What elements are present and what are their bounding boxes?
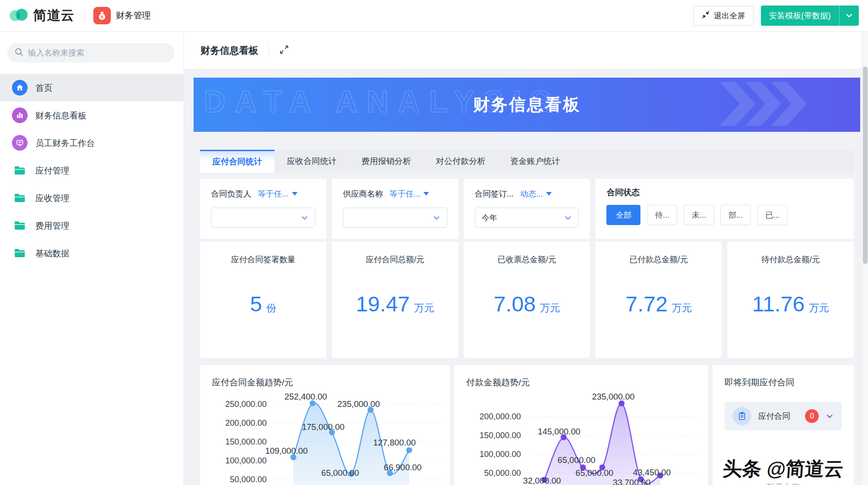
install-template-button[interactable]: 安装模板(带数据) <box>761 6 859 26</box>
filter-label: 合同签订... <box>475 188 514 199</box>
sign-date-select[interactable]: 今年 <box>475 208 579 228</box>
svg-text:109,000.00: 109,000.00 <box>265 446 308 456</box>
svg-text:$: $ <box>101 15 103 19</box>
svg-text:43,450.00: 43,450.00 <box>633 468 671 477</box>
filter-operator-dropdown[interactable]: 等于任... <box>389 188 429 199</box>
svg-text:32,000.00: 32,000.00 <box>523 476 561 485</box>
vertical-scrollbar-track <box>862 32 868 485</box>
tab-receivable-contract-stats[interactable]: 应收合同统计 <box>274 150 349 173</box>
clipboard-icon <box>733 407 751 425</box>
filter-row: 合同负责人 等于任... 供应商名称 <box>200 179 854 239</box>
status-button-all[interactable]: 全部 <box>606 205 640 225</box>
chevron-down-icon <box>301 214 308 222</box>
due-count-badge: 0 <box>805 409 819 423</box>
sidebar-item-label: 费用管理 <box>35 220 69 231</box>
sidebar-item-receivable-management[interactable]: 应收管理 <box>0 184 183 212</box>
due-item-label: 应付合同 <box>758 411 798 422</box>
bar-chart-icon <box>12 107 28 123</box>
sidebar-item-base-data[interactable]: 基础数据 <box>0 239 183 267</box>
sidebar-search[interactable] <box>7 43 174 62</box>
brand[interactable]: 简道云 <box>8 5 74 27</box>
sidebar-item-finance-dashboard[interactable]: 财务信息看板 <box>0 102 183 129</box>
sidebar-item-expense-management[interactable]: 费用管理 <box>0 212 183 239</box>
filter-contract-status: 合同状态 全部 待... 未... 部... 已... <box>595 179 854 239</box>
filter-contract-sign-date: 合同签订... 动态... 今年 <box>464 179 590 239</box>
filter-contract-owner: 合同负责人 等于任... <box>200 179 326 239</box>
contract-owner-select[interactable] <box>211 208 315 228</box>
tab-expense-reimbursement-analysis[interactable]: 费用报销分析 <box>349 150 423 173</box>
exit-fullscreen-button[interactable]: 退出全屏 <box>693 6 754 26</box>
svg-text:65,000.00: 65,000.00 <box>321 468 359 478</box>
sidebar-item-label: 财务信息看板 <box>35 110 86 121</box>
page-title: 财务信息看板 <box>200 44 258 57</box>
sidebar-item-payable-management[interactable]: 应付管理 <box>0 157 183 184</box>
stat-value: 7.72 <box>626 292 668 316</box>
tab-capital-account-stats[interactable]: 资金账户统计 <box>498 150 572 173</box>
svg-text:150,000.00: 150,000.00 <box>225 437 267 446</box>
stat-card-paid-total: 已付款总金额/元 7.72万元 <box>595 242 722 358</box>
stat-value: 11.76 <box>752 292 805 316</box>
home-icon <box>12 80 28 96</box>
sidebar-item-label: 应付管理 <box>35 165 69 176</box>
stat-value: 5 <box>250 292 262 316</box>
folder-icon <box>12 190 28 206</box>
filter-operator-dropdown[interactable]: 动态... <box>520 188 552 199</box>
folder-icon <box>12 218 28 233</box>
status-button-paid[interactable]: 已... <box>757 205 788 225</box>
stat-unit: 份 <box>266 302 276 314</box>
payable-contract-trend-chart: 应付合同金额趋势/元 250,000.00200,000.00150,000.0… <box>200 365 450 485</box>
search-input[interactable] <box>28 48 167 58</box>
sidebar: 首页 财务信息看板 员工财务工作台 <box>0 32 184 485</box>
chevron-down-icon[interactable] <box>839 6 859 26</box>
filter-operator-label: 等于任... <box>389 188 420 199</box>
money-bag-icon: $ <box>93 7 111 24</box>
svg-text:235,000.00: 235,000.00 <box>337 399 380 409</box>
svg-text:252,400.00: 252,400.00 <box>285 392 327 401</box>
stat-card-contract-total: 应付合同总额/元 19.47万元 <box>332 242 458 358</box>
due-payable-contract-row[interactable]: 应付合同 0 <box>725 402 842 430</box>
status-button-unpaid[interactable]: 未... <box>684 205 714 225</box>
banner-chevrons-decoration <box>720 82 807 128</box>
empty-state-text: 暂无内容 <box>713 482 854 485</box>
stat-card-unpaid-total: 待付款总金额/元 11.76万元 <box>727 242 854 358</box>
status-button-pending[interactable]: 待... <box>647 205 677 225</box>
fullscreen-expand-icon[interactable] <box>279 45 289 56</box>
due-contracts-panel: 即将到期应付合同 应付合同 0 头条 @简道云 <box>713 365 854 485</box>
stat-unit: 万元 <box>414 302 434 314</box>
app-name: 财务管理 <box>116 10 151 22</box>
filter-label: 合同负责人 <box>211 188 251 199</box>
stat-value: 7.08 <box>494 292 536 316</box>
topbar-divider <box>84 10 84 22</box>
tab-corporate-payment-analysis[interactable]: 对公付款分析 <box>423 150 498 173</box>
svg-text:50,000.00: 50,000.00 <box>230 475 267 484</box>
topbar: 简道云 $ 财务管理 退出全屏 安装模板(带数据) <box>0 0 868 32</box>
sidebar-item-employee-workbench[interactable]: 员工财务工作台 <box>0 129 183 157</box>
svg-text:100,000.00: 100,000.00 <box>225 456 267 465</box>
filter-label: 供应商名称 <box>343 188 383 199</box>
main-header: 财务信息看板 <box>184 32 868 69</box>
stat-title: 待付款总金额/元 <box>727 254 854 265</box>
svg-text:66,900.00: 66,900.00 <box>384 462 422 472</box>
tab-payable-contract-stats[interactable]: 应付合同统计 <box>200 150 274 173</box>
dropdown-arrow-icon <box>423 192 429 196</box>
sidebar-item-label: 应收管理 <box>35 192 69 204</box>
status-button-partial[interactable]: 部... <box>720 205 751 225</box>
chevron-down-icon <box>433 214 440 222</box>
sidebar-item-label: 首页 <box>35 82 52 94</box>
sidebar-item-home[interactable]: 首页 <box>0 74 183 102</box>
chevron-down-icon[interactable] <box>826 412 834 420</box>
filter-operator-dropdown[interactable]: 等于任... <box>258 188 297 199</box>
svg-text:50,000.00: 50,000.00 <box>484 468 521 478</box>
dropdown-arrow-icon <box>292 192 297 196</box>
stat-card-invoiced-total: 已收票总金额/元 7.08万元 <box>464 242 590 358</box>
main-area: 财务信息看板 DATA ANALYSIS 财务信息看板 <box>184 32 868 485</box>
svg-text:33,700.00: 33,700.00 <box>613 478 651 485</box>
sidebar-item-label: 员工财务工作台 <box>35 137 95 149</box>
jiandaoyun-logo-icon <box>8 5 29 27</box>
app-chip[interactable]: $ 财务管理 <box>93 7 151 24</box>
filter-operator-label: 动态... <box>520 188 543 199</box>
svg-text:150,000.00: 150,000.00 <box>480 431 521 440</box>
supplier-name-select[interactable] <box>343 208 447 228</box>
vertical-scrollbar-thumb[interactable] <box>863 67 868 264</box>
payment-trend-chart: 付款金额趋势/元 200,000.00150,000.00100,000.005… <box>454 365 708 485</box>
